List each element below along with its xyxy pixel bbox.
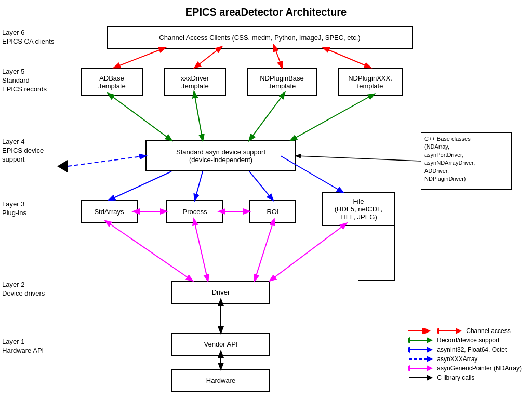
- layer-label-layer1: Layer 1Hardware API: [2, 338, 44, 355]
- layer-label-layer2: Layer 2Device drivers: [2, 281, 45, 298]
- legend-asyn-generic: asynGenericPointer (NDArray): [408, 365, 522, 372]
- legend-asyn-xxxarray: asynXXXArray: [408, 355, 522, 363]
- svg-line-4: [112, 96, 171, 140]
- legend-record-device-label: Record/device support: [437, 337, 499, 344]
- legend-c-library: C library calls: [408, 374, 522, 381]
- box-asyn-support: Standard asyn device support (device-ind…: [145, 140, 296, 171]
- box-stdarrays: StdArrays: [81, 200, 138, 223]
- layer-label-layer6: Layer 6EPICS CA clients: [2, 29, 54, 46]
- legend: Channel access Record/device support asy…: [408, 327, 522, 383]
- box-ndpluginbase: NDPluginBase .template: [247, 68, 317, 96]
- svg-line-12: [68, 156, 145, 166]
- legend-asyn-xxxarray-label: asynXXXArray: [437, 355, 477, 363]
- svg-line-7: [291, 96, 370, 140]
- svg-line-17: [270, 226, 343, 281]
- box-ca-clients: Channel Access Clients (CSS, medm, Pytho…: [107, 26, 413, 49]
- svg-line-14: [109, 223, 192, 281]
- box-vendor-api: Vendor API: [171, 332, 270, 356]
- svg-line-8: [109, 171, 171, 200]
- legend-record-device: Record/device support: [408, 337, 522, 344]
- svg-line-10: [249, 171, 273, 200]
- layer-label-layer4: Layer 4EPICS devicesupport: [2, 138, 44, 164]
- svg-line-9: [195, 171, 203, 200]
- layer-label-layer3: Layer 3Plug-ins: [2, 200, 26, 218]
- svg-line-3: [327, 49, 370, 68]
- legend-asyn-int32: asynInt32, Float64, Octet: [408, 346, 522, 353]
- legend-c-library-label: C library calls: [437, 374, 474, 381]
- svg-line-1: [195, 49, 218, 68]
- layer-label-layer5: Layer 5StandardEPICS records: [2, 68, 47, 94]
- box-xxxdriver: xxxDriver .template: [164, 68, 226, 96]
- box-file: File (HDF5, netCDF, TIFF, JPEG): [322, 192, 395, 226]
- diagram-container: EPICS areaDetector Architecture Layer 6E…: [0, 0, 532, 399]
- box-roi: ROI: [249, 200, 296, 223]
- box-process: Process: [166, 200, 223, 223]
- svg-line-15: [195, 223, 208, 281]
- legend-channel-access-label: Channel access: [466, 327, 510, 335]
- legend-asyn-int32-label: asynInt32, Float64, Octet: [437, 346, 507, 353]
- svg-marker-13: [57, 160, 68, 172]
- page-title: EPICS areaDetector Architecture: [0, 0, 532, 18]
- box-hardware: Hardware: [171, 369, 270, 392]
- legend-channel-access: Channel access: [408, 327, 522, 335]
- svg-line-2: [275, 49, 282, 68]
- cpp-base-classes-note: C++ Base classes (NDArray, asynPortDrive…: [421, 132, 512, 190]
- svg-line-6: [249, 96, 282, 140]
- svg-line-5: [195, 96, 203, 140]
- svg-line-16: [255, 223, 273, 281]
- box-ndpluginxxx: NDPluginXXX. template: [338, 68, 403, 96]
- svg-line-0: [114, 49, 161, 68]
- svg-line-22: [296, 156, 421, 161]
- box-adbase: ADBase .template: [81, 68, 143, 96]
- legend-asyn-generic-label: asynGenericPointer (NDArray): [437, 365, 522, 372]
- box-driver: Driver: [171, 281, 270, 304]
